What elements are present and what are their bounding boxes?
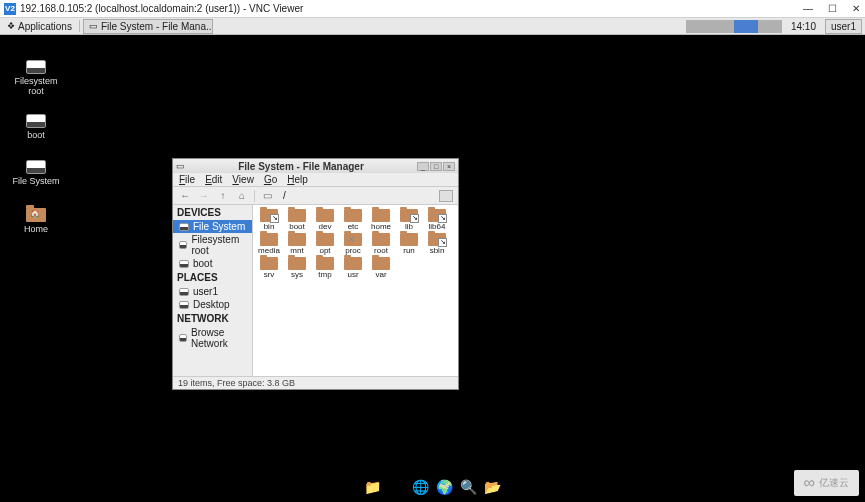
sidebar-item-file-system[interactable]: File System — [173, 220, 252, 233]
folder-opt[interactable]: opt — [312, 233, 338, 255]
folder-run[interactable]: run — [396, 233, 422, 255]
folder-proc[interactable]: proc — [340, 233, 366, 255]
drive-icon — [179, 288, 189, 296]
panel-user[interactable]: user1 — [825, 19, 862, 34]
folder-icon — [260, 257, 278, 270]
folder-icon[interactable]: 📂 — [484, 478, 502, 496]
forward-button[interactable]: → — [197, 189, 211, 203]
folder-srv[interactable]: srv — [256, 257, 282, 279]
folder-usr[interactable]: usr — [340, 257, 366, 279]
globe-icon[interactable]: 🌍 — [436, 478, 454, 496]
desktop-icon-boot[interactable]: boot — [8, 114, 64, 142]
sidebar-item-browse-network[interactable]: Browse Network — [173, 326, 252, 350]
sidebar-item-boot[interactable]: boot — [173, 257, 252, 270]
fm-minimize-button[interactable]: _ — [417, 162, 429, 171]
sidebar-item-user1[interactable]: user1 — [173, 285, 252, 298]
folder-sbin[interactable]: sbin — [424, 233, 450, 255]
folder-var[interactable]: var — [368, 257, 394, 279]
close-button[interactable]: ✕ — [851, 3, 861, 14]
folder-mnt[interactable]: mnt — [284, 233, 310, 255]
folder-label: sys — [291, 271, 303, 279]
folder-icon — [260, 209, 278, 222]
folder-label: dev — [319, 223, 332, 231]
folder-label: lib64 — [429, 223, 446, 231]
sidebar-item-label: user1 — [193, 286, 218, 297]
folder-icon — [316, 257, 334, 270]
folder-label: run — [403, 247, 415, 255]
desktop-icon-home[interactable]: Home — [8, 208, 64, 236]
folder-icon — [316, 209, 334, 222]
fm-close-button[interactable]: × — [443, 162, 455, 171]
up-button[interactable]: ↑ — [216, 189, 230, 203]
folder-label: var — [375, 271, 386, 279]
sidebar-item-filesystem-root[interactable]: Filesystem root — [173, 233, 252, 257]
drive-icon — [179, 301, 189, 309]
folder-boot[interactable]: boot — [284, 209, 310, 231]
menu-help[interactable]: Help — [287, 174, 308, 185]
folder-dev[interactable]: dev — [312, 209, 338, 231]
vnc-app-icon: V2 — [4, 3, 16, 15]
desktop-icon-filesystem-root[interactable]: Filesystem root — [8, 60, 64, 98]
folder-icon — [428, 233, 446, 246]
workspace-switcher[interactable] — [686, 20, 782, 33]
panel-clock[interactable]: 14:10 — [785, 21, 822, 32]
maximize-button[interactable]: ☐ — [827, 3, 837, 14]
home-button[interactable]: ⌂ — [235, 189, 249, 203]
folder-icon — [372, 209, 390, 222]
folder-sys[interactable]: sys — [284, 257, 310, 279]
menu-go[interactable]: Go — [264, 174, 277, 185]
drive-icon — [26, 60, 46, 74]
back-button[interactable]: ← — [178, 189, 192, 203]
folder-label: opt — [319, 247, 330, 255]
drive-icon — [179, 334, 187, 342]
fm-menubar: FileEditViewGoHelp — [173, 173, 458, 187]
fm-file-grid[interactable]: binbootdevetchomeliblib64mediamntoptproc… — [253, 205, 458, 376]
menu-file[interactable]: File — [179, 174, 195, 185]
drive-icon — [26, 160, 46, 174]
sidebar-item-label: Filesystem root — [191, 234, 246, 256]
menu-edit[interactable]: Edit — [205, 174, 222, 185]
folder-lib64[interactable]: lib64 — [424, 209, 450, 231]
folder-bin[interactable]: bin — [256, 209, 282, 231]
folder-label: bin — [264, 223, 275, 231]
remote-desktop: ❖ Applications ▭ File System - File Mana… — [0, 18, 865, 502]
sidebar-item-label: Desktop — [193, 299, 230, 310]
workspace-2[interactable] — [710, 20, 734, 33]
task-label: File System - File Mana... — [101, 21, 213, 32]
folder-icon — [26, 208, 46, 222]
sidebar-item-desktop[interactable]: Desktop — [173, 298, 252, 311]
terminal-icon[interactable]: ⎚ — [388, 478, 406, 496]
menu-view[interactable]: View — [232, 174, 254, 185]
workspace-1[interactable] — [686, 20, 710, 33]
drive-icon — [179, 260, 189, 268]
sidebar-header: DEVICES — [173, 205, 252, 220]
top-panel: ❖ Applications ▭ File System - File Mana… — [0, 18, 865, 35]
folder-label: srv — [264, 271, 275, 279]
fm-titlebar[interactable]: ▭ File System - File Manager _ □ × — [173, 159, 458, 173]
web-icon[interactable]: 🌐 — [412, 478, 430, 496]
search-icon[interactable]: 🔍 — [460, 478, 478, 496]
folder-lib[interactable]: lib — [396, 209, 422, 231]
panel-separator — [79, 20, 80, 32]
location-path[interactable]: / — [279, 190, 434, 201]
folder-tmp[interactable]: tmp — [312, 257, 338, 279]
path-toggle-icon[interactable]: ▭ — [260, 189, 274, 203]
minimize-button[interactable]: — — [803, 3, 813, 14]
workspace-3[interactable] — [734, 20, 758, 33]
workspace-4[interactable] — [758, 20, 782, 33]
fm-maximize-button[interactable]: □ — [430, 162, 442, 171]
files-icon[interactable]: 📁 — [364, 478, 382, 496]
taskbar-item-filemanager[interactable]: ▭ File System - File Mana... — [83, 19, 213, 34]
view-mode-button[interactable] — [439, 190, 453, 202]
watermark: ∞ 亿速云 — [794, 470, 859, 496]
folder-media[interactable]: media — [256, 233, 282, 255]
folder-label: usr — [347, 271, 358, 279]
folder-root[interactable]: root — [368, 233, 394, 255]
folder-etc[interactable]: etc — [340, 209, 366, 231]
applications-menu[interactable]: ❖ Applications — [3, 20, 76, 33]
vnc-window-title: 192.168.0.105:2 (localhost.localdomain:2… — [20, 3, 803, 14]
drive-icon — [179, 241, 187, 249]
folder-icon — [260, 233, 278, 246]
folder-home[interactable]: home — [368, 209, 394, 231]
desktop-icon-file-system[interactable]: File System — [8, 160, 64, 188]
